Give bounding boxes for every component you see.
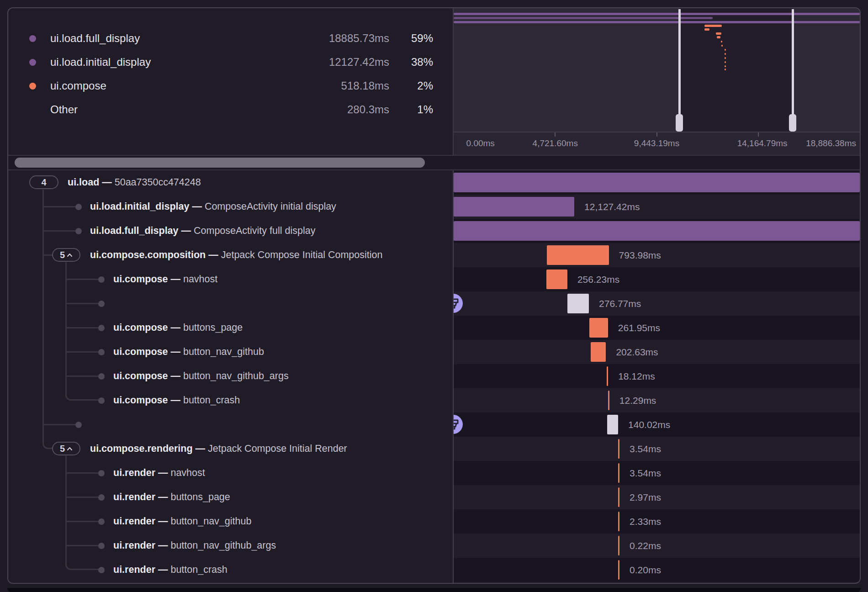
tree-node-dot (98, 470, 105, 476)
axis-tick-label: 14,164.79ms (737, 138, 788, 148)
span-chart-row[interactable] (454, 170, 860, 195)
minimap-span-mark (716, 32, 721, 35)
minimap-span-mark (704, 25, 721, 27)
span-group-badge-collapse[interactable]: 5 (52, 248, 80, 262)
span-operation: ui.compose — (113, 346, 183, 357)
minimap-selection-window[interactable] (679, 8, 793, 132)
span-chart-row[interactable]: 0.22ms (454, 534, 860, 558)
span-duration-bar[interactable] (589, 318, 608, 338)
bottom-drawer-edge (7, 588, 861, 592)
span-chart-row[interactable]: 2.33ms (454, 509, 860, 534)
minimap-brush-handle[interactable] (678, 9, 681, 115)
span-title: ui.compose — button_nav_github_args (113, 364, 289, 389)
span-chart-row[interactable]: 3.54ms (454, 437, 860, 461)
span-title: ui.load.full_display — ComposeActivity f… (90, 219, 315, 243)
span-tree-row[interactable]: 4ui.load — 50aa7350cc474248 (8, 170, 453, 195)
span-duration-bar[interactable] (618, 536, 619, 555)
span-chart-row[interactable]: 202.63ms (454, 340, 860, 364)
span-description: ComposeActivity initial display (205, 201, 336, 212)
span-chart-row[interactable]: 2.97ms (454, 485, 860, 509)
span-tree-row[interactable]: ui.compose — button_nav_github_args (8, 364, 453, 388)
span-description: button_nav_github_args (170, 540, 276, 551)
minimap-span-mark (725, 61, 726, 63)
span-operation: ui.render — (113, 564, 170, 575)
span-tree-row[interactable]: ui.render — button_nav_github_args (8, 534, 453, 558)
span-chart-row[interactable]: 18.12ms (454, 364, 860, 388)
span-duration-bar[interactable] (454, 173, 860, 192)
span-duration-bar[interactable] (454, 221, 860, 241)
span-tree-row[interactable]: 5ui.compose.rendering — Jetpack Compose … (8, 437, 453, 461)
span-tree-row[interactable]: ui.render — navhost (8, 461, 453, 485)
span-title: ui.compose — navhost (113, 267, 217, 292)
tree-node-dot (98, 373, 105, 380)
span-chart-row[interactable]: 0.20ms (454, 558, 860, 582)
minimap-span-mark (725, 57, 726, 59)
span-operation: ui.compose — (113, 274, 183, 285)
span-tree-row[interactable] (8, 412, 453, 437)
span-chart-row[interactable]: 793.98ms (454, 243, 860, 267)
minimap-brush-handle-grip[interactable] (676, 114, 683, 132)
span-duration-bar[interactable] (618, 463, 619, 483)
span-duration-label: 261.95ms (618, 316, 660, 340)
legend-item-duration: 18885.73ms (329, 32, 389, 45)
span-tree-row[interactable]: ui.compose — navhost (8, 267, 453, 291)
span-duration-bar[interactable] (618, 439, 619, 459)
axis-tick (758, 132, 759, 137)
span-chart-row[interactable]: 276.77ms (454, 291, 860, 316)
span-duration-bar[interactable] (608, 391, 609, 410)
span-chart-row[interactable]: 140.02ms (454, 412, 860, 437)
span-duration-chart: 12,127.42ms793.98ms256.23ms276.77ms261.9… (453, 170, 860, 583)
span-description: buttons_page (183, 322, 243, 333)
minimap-brush-handle-grip[interactable] (789, 114, 796, 132)
span-count-badge[interactable]: 4 (29, 175, 58, 189)
span-duration-bar[interactable] (618, 560, 619, 580)
legend-item-duration: 518.18ms (341, 79, 389, 92)
span-duration-label: 0.20ms (630, 558, 661, 582)
span-group-badge-collapse[interactable]: 5 (52, 442, 80, 455)
span-title: ui.compose — button_nav_github (113, 340, 264, 365)
tree-node-dot (98, 567, 105, 573)
span-chart-row[interactable]: 3.54ms (454, 461, 860, 485)
minimap-time-axis: 0.00ms4,721.60ms9,443.19ms14,164.79ms18,… (454, 132, 860, 155)
horizontal-scrollbar-track[interactable] (8, 155, 860, 170)
minimap-brush-handle[interactable] (792, 9, 794, 115)
span-waterfall: 4ui.load — 50aa7350cc474248ui.load.initi… (8, 170, 860, 583)
span-duration-bar[interactable] (618, 487, 619, 507)
span-duration-bar[interactable] (618, 512, 619, 531)
span-chart-row[interactable]: 256.23ms (454, 267, 860, 291)
span-tree-row[interactable]: ui.compose — buttons_page (8, 316, 453, 340)
span-chart-row[interactable] (454, 219, 860, 243)
span-duration-bar[interactable] (591, 342, 606, 362)
span-duration-bar[interactable] (567, 294, 589, 313)
tree-node-dot (98, 301, 105, 307)
span-tree-row[interactable]: ui.load.initial_display — ComposeActivit… (8, 195, 453, 219)
span-duration-bar[interactable] (546, 270, 567, 289)
span-tree-row[interactable]: ui.compose — button_crash (8, 388, 453, 412)
trace-header: ui.load.full_display18885.73ms59%ui.load… (8, 8, 860, 155)
span-tree-row[interactable]: ui.render — button_crash (8, 558, 453, 582)
minimap-canvas[interactable] (454, 8, 860, 132)
span-chart-row[interactable]: 12,127.42ms (454, 195, 860, 219)
span-title: ui.compose.rendering — Jetpack Compose I… (90, 437, 347, 461)
span-tree-row[interactable]: 5ui.compose.composition — Jetpack Compos… (8, 243, 453, 267)
span-duration-bar[interactable] (454, 197, 574, 217)
span-tree-row[interactable] (8, 291, 453, 316)
span-chart-row[interactable]: 261.95ms (454, 316, 860, 340)
minimap-span-mark (721, 41, 722, 42)
horizontal-scrollbar-thumb[interactable] (15, 158, 425, 168)
trace-minimap[interactable]: 0.00ms4,721.60ms9,443.19ms14,164.79ms18,… (453, 8, 860, 155)
span-tree-row[interactable]: ui.render — buttons_page (8, 485, 453, 509)
span-duration-bar[interactable] (547, 245, 609, 265)
span-duration-bar[interactable] (607, 366, 608, 386)
span-duration-bar[interactable] (607, 415, 618, 434)
axis-tick-label: 0.00ms (466, 138, 495, 148)
legend-item-percent: 59% (387, 32, 433, 45)
span-tree-row[interactable]: ui.compose — button_nav_github (8, 340, 453, 364)
span-duration-label: 276.77ms (599, 291, 641, 316)
span-tree-row[interactable]: ui.load.full_display — ComposeActivity f… (8, 219, 453, 243)
span-operation: ui.compose.rendering — (90, 443, 208, 454)
legend-item-label: ui.load.initial_display (50, 56, 151, 69)
span-chart-row[interactable]: 12.29ms (454, 388, 860, 412)
chevron-up-icon (67, 253, 73, 257)
span-tree-row[interactable]: ui.render — button_nav_github (8, 509, 453, 534)
